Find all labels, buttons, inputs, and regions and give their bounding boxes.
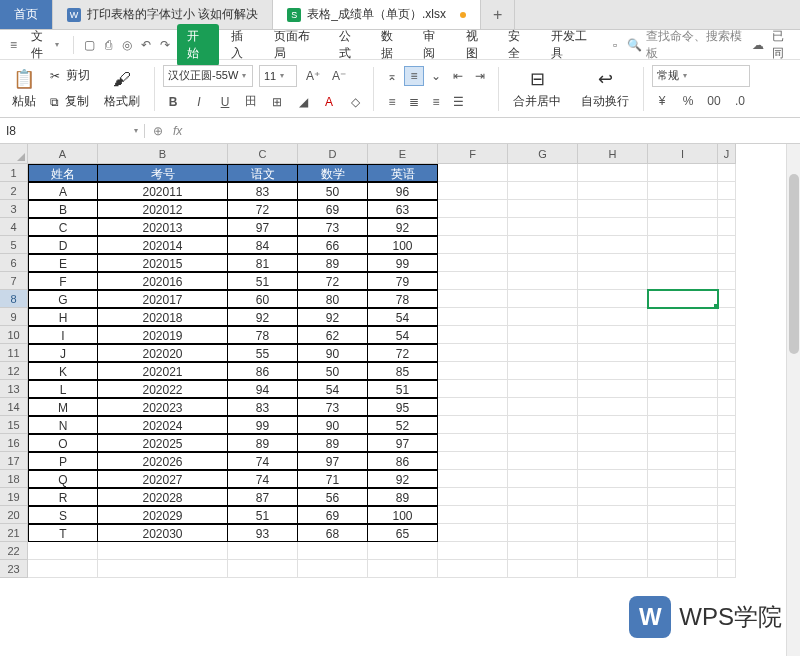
cell[interactable] xyxy=(438,452,508,470)
cell[interactable]: 71 xyxy=(298,470,368,488)
cell[interactable] xyxy=(648,290,718,308)
select-all-corner[interactable] xyxy=(0,144,28,164)
cell[interactable] xyxy=(228,560,298,578)
bold-button[interactable]: B xyxy=(163,92,183,112)
cell[interactable]: 99 xyxy=(228,416,298,434)
cell[interactable] xyxy=(578,362,648,380)
cell[interactable]: 202023 xyxy=(98,398,228,416)
wrap-text-button[interactable]: ↩ 自动换行 xyxy=(575,65,635,112)
cell[interactable] xyxy=(648,506,718,524)
row-header-22[interactable]: 22 xyxy=(0,542,28,560)
cells-area[interactable]: 姓名考号语文数学英语A202011835096B202012726963C202… xyxy=(28,164,736,578)
cell[interactable] xyxy=(718,272,736,290)
row-header-18[interactable]: 18 xyxy=(0,470,28,488)
cell[interactable]: 202027 xyxy=(98,470,228,488)
row-header-2[interactable]: 2 xyxy=(0,182,28,200)
cell[interactable]: 202028 xyxy=(98,488,228,506)
row-header-16[interactable]: 16 xyxy=(0,434,28,452)
cell[interactable]: 202024 xyxy=(98,416,228,434)
cell[interactable]: 202014 xyxy=(98,236,228,254)
cell[interactable] xyxy=(718,326,736,344)
row-header-23[interactable]: 23 xyxy=(0,560,28,578)
row-header-15[interactable]: 15 xyxy=(0,416,28,434)
row-header-4[interactable]: 4 xyxy=(0,218,28,236)
cell[interactable]: 202020 xyxy=(98,344,228,362)
cell[interactable] xyxy=(648,272,718,290)
align-center-button[interactable]: ≣ xyxy=(404,92,424,112)
align-bottom-button[interactable]: ⌄ xyxy=(426,66,446,86)
column-header-F[interactable]: F xyxy=(438,144,508,164)
cell[interactable]: 92 xyxy=(228,308,298,326)
cell[interactable]: C xyxy=(28,218,98,236)
cell[interactable]: B xyxy=(28,200,98,218)
cell[interactable] xyxy=(508,434,578,452)
cell[interactable] xyxy=(508,254,578,272)
cell[interactable]: T xyxy=(28,524,98,542)
cell[interactable]: N xyxy=(28,416,98,434)
cell[interactable] xyxy=(718,470,736,488)
cell[interactable]: 81 xyxy=(228,254,298,272)
row-header-20[interactable]: 20 xyxy=(0,506,28,524)
cell[interactable]: 69 xyxy=(298,200,368,218)
menu-dev[interactable]: 开发工具 xyxy=(543,24,604,66)
cell[interactable] xyxy=(578,272,648,290)
paste-button[interactable]: 📋 粘贴 xyxy=(6,65,42,112)
cell[interactable]: 63 xyxy=(368,200,438,218)
cell[interactable] xyxy=(648,434,718,452)
cell[interactable] xyxy=(508,182,578,200)
cell[interactable] xyxy=(508,362,578,380)
cell[interactable]: M xyxy=(28,398,98,416)
cell[interactable]: A xyxy=(28,182,98,200)
cell[interactable]: 97 xyxy=(368,434,438,452)
cell[interactable] xyxy=(438,308,508,326)
cell[interactable]: 68 xyxy=(298,524,368,542)
cell[interactable]: 语文 xyxy=(228,164,298,182)
cell[interactable] xyxy=(578,308,648,326)
cell[interactable]: 202015 xyxy=(98,254,228,272)
cell[interactable] xyxy=(438,272,508,290)
cell[interactable]: 97 xyxy=(298,452,368,470)
cell[interactable] xyxy=(648,488,718,506)
align-top-button[interactable]: ⌅ xyxy=(382,66,402,86)
cell[interactable]: 62 xyxy=(298,326,368,344)
comma-button[interactable]: 00 xyxy=(704,91,724,111)
cell[interactable]: 73 xyxy=(298,218,368,236)
cell[interactable]: 78 xyxy=(228,326,298,344)
fill-color-button[interactable]: ◢ xyxy=(293,92,313,112)
cell[interactable] xyxy=(718,164,736,182)
print-icon[interactable]: ⎙ xyxy=(101,37,116,53)
italic-button[interactable]: I xyxy=(189,92,209,112)
number-format-select[interactable]: 常规 ▾ xyxy=(652,65,750,87)
vertical-scrollbar[interactable] xyxy=(786,144,800,656)
row-header-7[interactable]: 7 xyxy=(0,272,28,290)
row-header-9[interactable]: 9 xyxy=(0,308,28,326)
row-header-21[interactable]: 21 xyxy=(0,524,28,542)
cell[interactable] xyxy=(438,416,508,434)
cell[interactable] xyxy=(578,254,648,272)
undo-icon[interactable]: ↶ xyxy=(139,37,154,53)
cell[interactable] xyxy=(508,272,578,290)
increase-font-button[interactable]: A⁺ xyxy=(303,66,323,86)
cell[interactable]: H xyxy=(28,308,98,326)
cell[interactable] xyxy=(438,200,508,218)
cell[interactable]: 51 xyxy=(228,506,298,524)
cell[interactable]: F xyxy=(28,272,98,290)
decrease-font-button[interactable]: A⁻ xyxy=(329,66,349,86)
app-menu-icon[interactable]: ≡ xyxy=(6,37,21,53)
cell[interactable]: 202016 xyxy=(98,272,228,290)
cell[interactable] xyxy=(648,470,718,488)
cell[interactable]: 100 xyxy=(368,236,438,254)
cell[interactable]: 55 xyxy=(228,344,298,362)
cell[interactable]: 83 xyxy=(228,182,298,200)
cell[interactable] xyxy=(438,182,508,200)
cell[interactable]: J xyxy=(28,344,98,362)
column-header-H[interactable]: H xyxy=(578,144,648,164)
cell[interactable]: 92 xyxy=(298,308,368,326)
cell[interactable]: 英语 xyxy=(368,164,438,182)
cell[interactable] xyxy=(438,398,508,416)
redo-icon[interactable]: ↷ xyxy=(158,37,173,53)
cell[interactable]: 78 xyxy=(368,290,438,308)
cell[interactable]: 92 xyxy=(368,218,438,236)
cell[interactable] xyxy=(578,164,648,182)
cell[interactable] xyxy=(718,434,736,452)
